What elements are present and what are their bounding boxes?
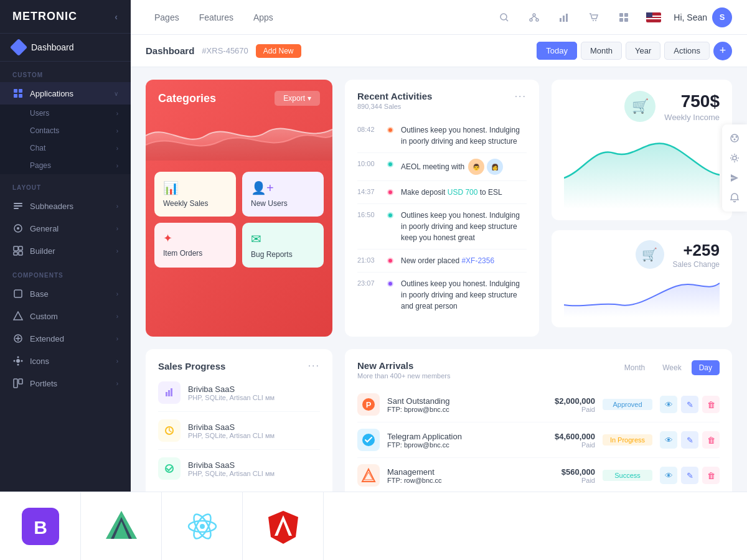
item-orders-icon: ✦ bbox=[163, 231, 227, 245]
search-icon[interactable] bbox=[494, 7, 514, 27]
sidebar-item-subheaders[interactable]: Subheaders › bbox=[0, 195, 131, 217]
avatar: 👨 bbox=[468, 159, 484, 175]
sidebar-item-general[interactable]: General › bbox=[0, 217, 131, 240]
svg-point-68 bbox=[731, 134, 738, 142]
category-bug-reports[interactable]: ✉ Bug Reports bbox=[242, 223, 324, 268]
edit-button[interactable]: ✎ bbox=[681, 467, 698, 484]
activity-item: 16:50 Outlines keep you honest. Indulgin… bbox=[357, 204, 527, 250]
sidebar-item-applications[interactable]: Applications ∨ bbox=[0, 82, 131, 105]
svg-rect-39 bbox=[619, 18, 623, 22]
arrivals-tab-week[interactable]: Week bbox=[655, 360, 688, 375]
progress-item: Briviba SaaS PHP, SQLite, Artisan CLI мм bbox=[158, 412, 320, 450]
activity-item: 14:37 Make deposit USD 700 to ESL bbox=[357, 181, 527, 204]
svg-point-28 bbox=[530, 19, 532, 21]
edit-button[interactable]: ✎ bbox=[681, 396, 698, 413]
activity-item: 23:07 Outlines keep you honest. Indulgin… bbox=[357, 273, 527, 317]
sidebar-item-extended[interactable]: Extended › bbox=[0, 327, 131, 350]
sidebar-item-chat[interactable]: Chat › bbox=[0, 139, 131, 157]
user-menu[interactable]: Hi, Sean S bbox=[674, 7, 732, 27]
topnav-tab-pages[interactable]: Pages bbox=[146, 9, 188, 26]
activities-more-button[interactable]: ··· bbox=[515, 91, 527, 102]
notification-icon[interactable] bbox=[726, 189, 743, 207]
connect-icon[interactable] bbox=[524, 7, 544, 27]
category-new-users[interactable]: 👤+ New Users bbox=[242, 172, 324, 217]
arrivals-row: P Sant Outstanding FTP: bprow@bnc.cc $2,… bbox=[357, 387, 720, 422]
svg-rect-34 bbox=[566, 14, 568, 22]
svg-rect-38 bbox=[624, 13, 628, 17]
add-new-button[interactable]: Add New bbox=[256, 44, 301, 58]
sales-progress-title: Sales Progress bbox=[158, 361, 225, 371]
delete-button[interactable]: 🗑 bbox=[702, 396, 720, 413]
today-button[interactable]: Today bbox=[537, 42, 577, 60]
palette-icon[interactable] bbox=[726, 129, 743, 147]
svg-line-26 bbox=[506, 19, 508, 21]
sidebar-item-dashboard[interactable]: Dashboard bbox=[0, 34, 131, 62]
user-greeting: Hi, Sean bbox=[674, 12, 707, 22]
activity-list: 08:42 Outlines keep you honest. Indulgin… bbox=[357, 119, 527, 317]
sidebar-item-custom[interactable]: Custom › bbox=[0, 305, 131, 327]
delete-button[interactable]: 🗑 bbox=[702, 431, 720, 449]
income-amount: 750$ bbox=[664, 91, 720, 111]
category-item-orders[interactable]: ✦ Item Orders bbox=[154, 223, 236, 268]
sidebar-item-pages[interactable]: Pages › bbox=[0, 157, 131, 174]
sidebar-toggle[interactable]: ‹ bbox=[115, 12, 118, 22]
svg-rect-3 bbox=[19, 94, 22, 98]
sidebar-item-contacts[interactable]: Contacts › bbox=[0, 122, 131, 139]
svg-rect-45 bbox=[166, 392, 167, 396]
export-button[interactable]: Export ▾ bbox=[275, 91, 320, 106]
contacts-label: Contacts bbox=[30, 126, 59, 135]
sidebar-item-base[interactable]: Base › bbox=[0, 282, 131, 305]
right-floating-icons bbox=[722, 124, 747, 212]
framework-angular[interactable] bbox=[243, 492, 324, 560]
sales-progress-more[interactable]: ··· bbox=[308, 360, 320, 371]
topnav-tab-apps[interactable]: Apps bbox=[245, 9, 282, 26]
svg-rect-11 bbox=[14, 252, 17, 255]
grid-icon[interactable] bbox=[614, 7, 634, 27]
sidebar-item-users[interactable]: Users › bbox=[0, 105, 131, 122]
arrivals-tab-day[interactable]: Day bbox=[692, 360, 720, 375]
month-button[interactable]: Month bbox=[581, 42, 622, 60]
activity-dot bbox=[387, 212, 393, 218]
svg-rect-6 bbox=[14, 208, 19, 209]
svg-text:P: P bbox=[366, 400, 372, 409]
chart-icon[interactable] bbox=[554, 7, 574, 27]
year-button[interactable]: Year bbox=[626, 42, 660, 60]
edit-button[interactable]: ✎ bbox=[681, 431, 698, 449]
activity-dot bbox=[387, 161, 393, 167]
delete-button[interactable]: 🗑 bbox=[702, 467, 720, 484]
send-icon[interactable] bbox=[726, 169, 743, 187]
svg-point-27 bbox=[533, 14, 535, 16]
arrivals-tab-month[interactable]: Month bbox=[617, 360, 652, 375]
svg-point-8 bbox=[17, 227, 19, 230]
cart-icon[interactable] bbox=[584, 7, 604, 27]
add-button[interactable]: + bbox=[713, 42, 732, 60]
section-label-layout: LAYOUT bbox=[0, 174, 131, 195]
extended-icon bbox=[12, 333, 24, 344]
dashboard-icon bbox=[10, 39, 27, 56]
view-button[interactable]: 👁 bbox=[660, 396, 677, 413]
status-badge-inprogress: In Progress bbox=[603, 434, 652, 446]
framework-vue[interactable] bbox=[131, 492, 162, 560]
svg-rect-12 bbox=[19, 251, 22, 255]
svg-marker-59 bbox=[131, 511, 137, 539]
settings-icon[interactable] bbox=[726, 149, 743, 167]
svg-point-25 bbox=[500, 14, 507, 20]
progress-icon-3 bbox=[158, 457, 181, 480]
bug-reports-label: Bug Reports bbox=[251, 250, 315, 259]
sidebar-item-portlets[interactable]: Portlets › bbox=[0, 372, 131, 394]
sales-change-icon: 🛒 bbox=[636, 240, 664, 269]
flag-icon[interactable] bbox=[644, 7, 664, 27]
sidebar-item-builder[interactable]: Builder › bbox=[0, 240, 131, 262]
view-button[interactable]: 👁 bbox=[660, 431, 677, 449]
app-icon-sant: P bbox=[357, 393, 380, 416]
framework-react[interactable] bbox=[162, 492, 243, 560]
app-icon-telegram bbox=[357, 429, 380, 451]
actions-button[interactable]: Actions bbox=[664, 42, 710, 60]
topnav-tab-features[interactable]: Features bbox=[190, 9, 242, 26]
category-weekly-sales[interactable]: 📊 Weekly Sales bbox=[154, 172, 236, 217]
section-label-custom: CUSTOM bbox=[0, 62, 131, 82]
svg-rect-23 bbox=[14, 379, 17, 388]
view-button[interactable]: 👁 bbox=[660, 467, 677, 484]
row-actions: 👁 ✎ 🗑 bbox=[660, 467, 720, 484]
sidebar-item-icons[interactable]: Icons › bbox=[0, 350, 131, 372]
